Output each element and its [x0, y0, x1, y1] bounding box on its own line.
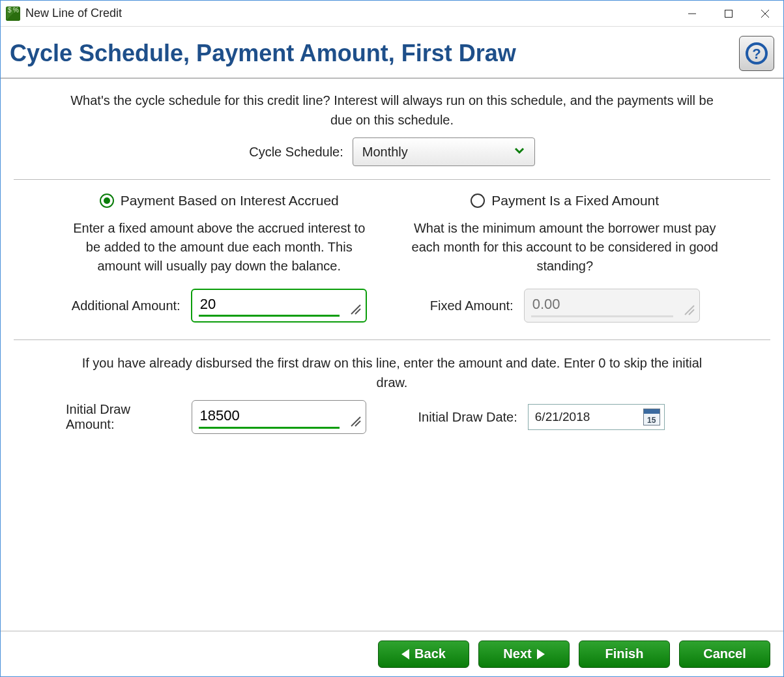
additional-amount-input[interactable]: [200, 293, 340, 316]
chevron-down-icon: [514, 145, 525, 160]
initial-draw-date-field[interactable]: 6/21/2018 15: [528, 404, 665, 430]
initial-draw-amount-col: Initial Draw Amount:: [66, 400, 366, 434]
resize-grip-icon: [347, 413, 362, 431]
svg-text:?: ?: [752, 46, 761, 62]
calendar-icon[interactable]: 15: [643, 409, 660, 425]
maximize-button[interactable]: [710, 1, 747, 27]
interest-radio-label: Payment Based on Interest Accrued: [121, 193, 339, 209]
back-button[interactable]: Back: [378, 641, 469, 668]
page-header: Cycle Schedule, Payment Amount, First Dr…: [1, 27, 783, 79]
fixed-amount-label: Fixed Amount:: [430, 298, 514, 313]
window-controls: [674, 1, 783, 27]
minimize-icon: [688, 9, 697, 18]
titlebar: New Line of Credit: [1, 1, 783, 27]
fixed-radio[interactable]: [471, 194, 485, 208]
resize-grip-icon: [681, 302, 695, 319]
minimize-button[interactable]: [674, 1, 710, 27]
initial-draw-amount-input[interactable]: [200, 403, 340, 428]
resize-grip-icon: [347, 301, 362, 319]
window-frame: New Line of Credit Cycle Schedule, Payme…: [0, 0, 784, 677]
interest-accrued-column: Payment Based on Interest Accrued Enter …: [66, 193, 373, 323]
maximize-icon: [724, 9, 733, 18]
next-button[interactable]: Next: [478, 641, 570, 668]
interest-radio-row[interactable]: Payment Based on Interest Accrued: [100, 193, 339, 209]
cancel-button[interactable]: Cancel: [679, 641, 770, 668]
finish-button[interactable]: Finish: [579, 641, 670, 668]
cycle-schedule-value: Monthly: [362, 145, 408, 160]
additional-amount-field[interactable]: [191, 289, 367, 323]
initial-draw-amount-field[interactable]: [192, 400, 366, 434]
fixed-radio-row[interactable]: Payment Is a Fixed Amount: [471, 193, 659, 209]
additional-amount-label: Additional Amount:: [72, 298, 181, 313]
input-underline: [199, 315, 340, 317]
content-area: What's the cycle schedule for this credi…: [1, 79, 783, 631]
close-button[interactable]: [747, 1, 783, 27]
cycle-intro-text: What's the cycle schedule for this credi…: [66, 91, 718, 130]
fixed-amount-row: Fixed Amount:: [430, 289, 700, 323]
triangle-right-icon: [537, 649, 545, 659]
initial-draw-row: Initial Draw Amount: Initial Draw Date: …: [66, 400, 718, 434]
interest-radio[interactable]: [100, 194, 114, 208]
input-underline: [199, 427, 340, 429]
interest-description: Enter a fixed amount above the accrued i…: [66, 219, 373, 276]
triangle-left-icon: [401, 649, 409, 659]
input-underline: [531, 315, 673, 317]
cycle-schedule-label: Cycle Schedule:: [249, 145, 343, 160]
svg-rect-1: [725, 10, 733, 17]
payment-options: Payment Based on Interest Accrued Enter …: [66, 193, 718, 323]
app-icon: [6, 7, 20, 21]
fixed-amount-column: Payment Is a Fixed Amount What is the mi…: [412, 193, 719, 323]
divider: [14, 179, 770, 180]
initial-draw-date-label: Initial Draw Date:: [418, 410, 517, 425]
back-button-label: Back: [414, 646, 446, 661]
initial-draw-date-value: 6/21/2018: [535, 410, 638, 424]
next-button-label: Next: [503, 646, 531, 661]
fixed-radio-label: Payment Is a Fixed Amount: [491, 193, 659, 209]
divider: [14, 339, 770, 340]
help-icon: ?: [745, 42, 768, 65]
finish-button-label: Finish: [605, 646, 644, 661]
close-icon: [761, 9, 770, 18]
page-title: Cycle Schedule, Payment Amount, First Dr…: [10, 40, 516, 67]
fixed-description: What is the minimum amount the borrower …: [412, 219, 719, 276]
window-title: New Line of Credit: [25, 7, 122, 20]
fixed-amount-input: [532, 292, 673, 317]
cycle-schedule-row: Cycle Schedule: Monthly: [66, 137, 718, 166]
cycle-schedule-select[interactable]: Monthly: [353, 137, 535, 166]
help-button[interactable]: ?: [739, 36, 774, 71]
draw-intro-text: If you have already disbursed the first …: [66, 353, 718, 392]
additional-amount-row: Additional Amount:: [72, 289, 367, 323]
cancel-button-label: Cancel: [703, 646, 746, 661]
initial-draw-amount-label: Initial Draw Amount:: [66, 402, 181, 432]
initial-draw-date-col: Initial Draw Date: 6/21/2018 15: [418, 400, 719, 434]
fixed-amount-field: [524, 289, 700, 323]
wizard-footer: Back Next Finish Cancel: [1, 631, 783, 676]
